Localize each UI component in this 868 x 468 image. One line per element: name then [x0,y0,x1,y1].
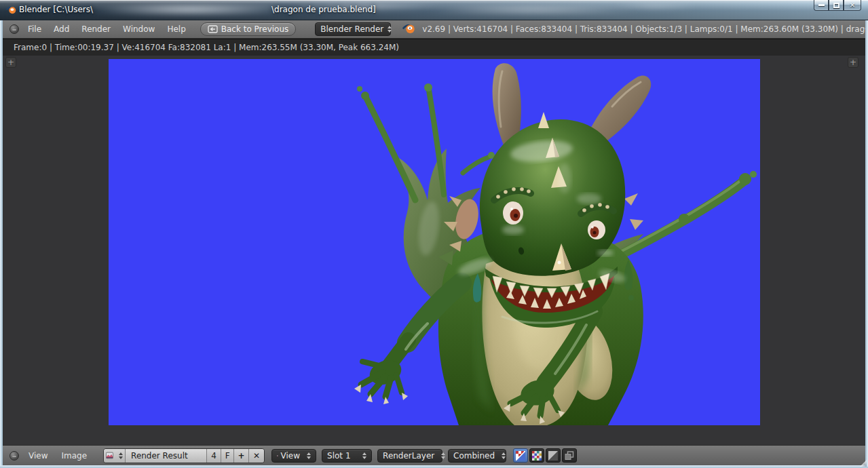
window-title-prefix: Blender [C:\Users\ [19,5,93,14]
unlink-image-button[interactable]: ✕ [249,449,264,463]
image-name-value: Render Result [131,451,188,461]
maximize-button[interactable] [829,0,844,11]
fake-user-button[interactable]: F [221,449,234,463]
image-icon [277,452,278,460]
image-name-field[interactable]: Render Result [126,449,207,463]
back-to-previous-label: Back to Previous [221,24,289,34]
display-channel-toggles [513,448,577,463]
display-toggle-color-alpha[interactable] [513,448,528,463]
region-expand-left-button[interactable]: + [5,57,16,68]
chevron-updown-icon [497,452,506,459]
close-icon: ✕ [850,1,855,9]
window-border-right [865,20,868,468]
render-stats-text: Frame:0 | Time:00:19.37 | Ve:416704 Fa:8… [14,43,399,52]
editor-type-button[interactable] [10,24,19,34]
maximize-icon [833,3,839,8]
display-toggle-alpha[interactable] [546,448,561,463]
chevron-updown-icon [437,452,445,459]
render-pass-select[interactable]: Combined [448,449,506,463]
render-layer-value: RenderLayer [383,451,434,461]
region-expand-right-button[interactable]: + [848,57,858,68]
alpha-icon [548,451,558,461]
editor-type-button[interactable] [10,451,19,461]
view-dropdown-label: View [281,451,300,461]
close-icon: ✕ [253,451,260,461]
blender-window: Blender [C:\Users\ \dragon de prueba.ble… [0,0,868,468]
menu-file[interactable]: File [28,24,41,34]
color-alpha-icon [516,451,525,461]
minimize-icon [818,4,825,6]
color-checker-icon [532,451,542,461]
menu-view[interactable]: View [29,451,48,461]
view-dropdown[interactable]: View [271,449,316,463]
blender-logo-icon [5,5,17,18]
plus-icon: + [850,58,856,67]
slot-value: Slot 1 [327,451,350,461]
blender-logo-icon [402,22,415,37]
menu-window[interactable]: Window [123,24,155,34]
title-smudge [611,3,699,9]
window-controls: ✕ [814,0,861,11]
menu-render[interactable]: Render [81,24,111,34]
plus-icon: + [238,451,245,461]
z-buffer-icon [565,451,574,461]
image-editor-header: View Image Render Result 4 F + ✕ [3,445,865,465]
render-layer-select[interactable]: RenderLayer [377,449,442,463]
close-button[interactable]: ✕ [844,0,861,11]
menu-help[interactable]: Help [167,24,185,34]
render-result-image[interactable] [109,59,760,425]
new-image-button[interactable]: + [234,449,249,463]
chevron-updown-icon [303,452,311,459]
title-bar: Blender [C:\Users\ \dragon de prueba.ble… [0,0,868,20]
image-browse-button[interactable] [104,449,126,463]
window-title-suffix: \dragon de prueba.blend] [271,5,376,14]
menu-image[interactable]: Image [61,451,87,461]
display-toggle-zbuffer[interactable] [562,448,577,463]
window-border-bottom [0,465,868,468]
minimize-button[interactable] [814,0,829,11]
render-engine-select[interactable]: Blender Render [315,22,391,36]
title-smudge [88,3,292,16]
render-engine-value: Blender Render [320,24,383,34]
slot-select[interactable]: Slot 1 [322,449,372,463]
menu-add[interactable]: Add [54,24,69,34]
fake-user-label: F [225,451,230,461]
display-toggle-color[interactable] [529,448,544,463]
dragon-render [109,59,760,425]
window-border-left [0,20,3,468]
chevron-updown-icon [383,26,392,33]
render-pass-value: Combined [453,451,495,461]
info-header: File Add Render Window Help Back to Prev… [3,20,865,39]
version-scene-stats: v2.69 | Verts:416704 | Faces:833404 | Tr… [422,24,868,34]
users-count-button[interactable]: 4 [207,449,221,463]
image-datablock: Render Result 4 F + ✕ [103,448,265,463]
back-icon [208,25,218,33]
chevron-updown-icon [115,452,123,459]
users-count-value: 4 [211,451,216,461]
image-editor-area: + + [3,56,865,445]
title-smudge [421,5,645,14]
chevron-updown-icon [358,452,366,459]
plus-icon: + [7,58,14,67]
image-icon [106,451,113,460]
back-to-previous-button[interactable]: Back to Previous [200,22,297,36]
render-stats-bar: Frame:0 | Time:00:19.37 | Ve:416704 Fa:8… [3,39,865,56]
